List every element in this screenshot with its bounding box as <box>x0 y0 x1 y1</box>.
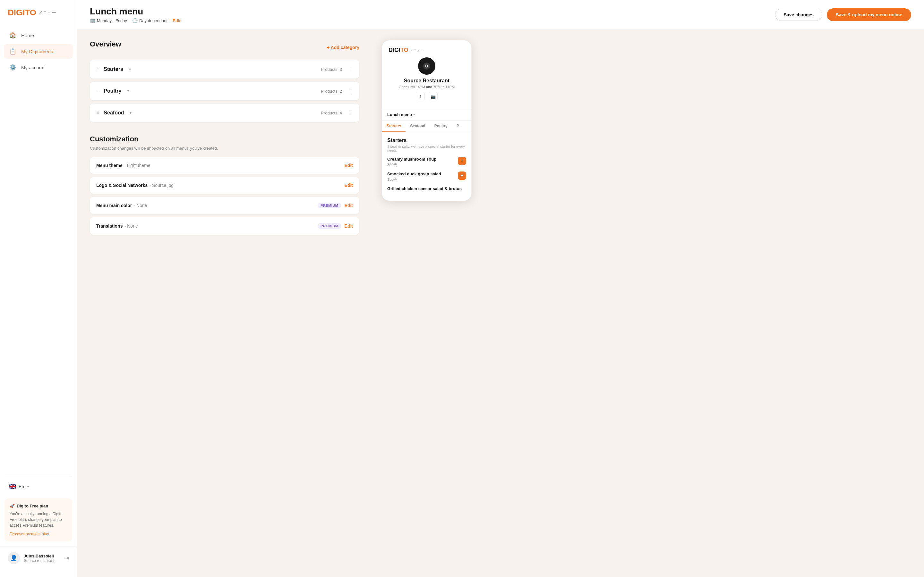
products-count-poultry: Products: 2 <box>321 89 342 93</box>
facebook-icon[interactable]: f <box>416 92 425 101</box>
custom-row-right-theme: Edit <box>344 163 353 168</box>
sidebar: DIGITO メニュー 🏠 Home 📋 My Digitomenu ⚙️ My… <box>0 0 77 577</box>
settings-icon: ⚙️ <box>9 64 17 71</box>
sidebar-item-label-account: My account <box>21 65 46 70</box>
flag-icon: 🇬🇧 <box>9 483 16 490</box>
item-name-1: Smocked duck green salad <box>387 171 441 176</box>
custom-row-left-logo: Logo & Social Networks · Source.jpg <box>96 183 174 188</box>
category-list: ≡ Starters ▾ Products: 3 ⋮ ≡ Poultry ▾ <box>90 60 359 122</box>
discover-premium-link[interactable]: Discover premium plan <box>10 532 49 536</box>
custom-row-left-translations: Translations · None <box>96 223 138 229</box>
more-options-button-seafood[interactable]: ⋮ <box>347 109 353 116</box>
logo-text: DIGITO <box>8 8 36 18</box>
phone-tab-starters[interactable]: Starters <box>382 121 405 132</box>
phone-menu-item-0: Creamy mushroom soup 350円 + <box>387 157 466 168</box>
custom-row-menu-color: Menu main color · None PREMIUM Edit <box>90 197 359 214</box>
avatar: 👤 <box>8 552 20 564</box>
content-area: Overview + Add category ≡ Starters ▾ Pro… <box>77 30 924 248</box>
add-item-button-1[interactable]: + <box>458 171 466 180</box>
save-upload-button[interactable]: Save & upload my menu online <box>827 8 911 21</box>
sidebar-nav: 🏠 Home 📋 My Digitomenu ⚙️ My account <box>0 28 77 472</box>
item-name-0: Creamy mushroom soup <box>387 157 436 161</box>
premium-badge-translations: PREMIUM <box>318 223 341 229</box>
category-right-seafood: Products: 4 ⋮ <box>321 109 353 116</box>
chevron-down-icon-poultry[interactable]: ▾ <box>127 89 129 93</box>
logo-jp: メニュー <box>38 10 56 16</box>
chevron-down-icon: ▾ <box>27 485 29 488</box>
add-item-button-0[interactable]: + <box>458 157 466 165</box>
translations-label: Translations <box>96 223 123 229</box>
overview-header: Overview + Add category <box>90 40 359 55</box>
rocket-icon: 🚀 <box>10 504 15 508</box>
phone-tab-poultry[interactable]: Poultry <box>430 121 452 132</box>
customization-title: Customization <box>90 135 359 143</box>
drag-handle-icon-poultry[interactable]: ≡ <box>96 88 99 94</box>
phone-menu-item-2: Grilled chicken caesar salad & brutus <box>387 186 466 192</box>
custom-row-menu-theme: Menu theme · Light theme Edit <box>90 157 359 174</box>
category-name-poultry: Poultry <box>103 88 121 94</box>
more-options-button-poultry[interactable]: ⋮ <box>347 87 353 95</box>
preview-panel: DIGITO メニュー Source Restaurant Open until… <box>372 30 481 248</box>
chevron-down-icon-starters[interactable]: ▾ <box>129 67 131 71</box>
save-changes-button[interactable]: Save changes <box>775 9 822 21</box>
category-row-starters: ≡ Starters ▾ Products: 3 ⋮ <box>90 60 359 79</box>
item-info-2: Grilled chicken caesar salad & brutus <box>387 186 462 192</box>
custom-row-translations: Translations · None PREMIUM Edit <box>90 218 359 235</box>
menu-icon: 📋 <box>9 48 17 55</box>
item-info-1: Smocked duck green salad 150円 <box>387 171 441 182</box>
more-options-button-starters[interactable]: ⋮ <box>347 66 353 73</box>
phone-tab-seafood[interactable]: Seafood <box>405 121 430 132</box>
category-name-seafood: Seafood <box>103 110 124 116</box>
chevron-down-icon-seafood[interactable]: ▾ <box>129 111 132 115</box>
custom-row-right-color: PREMIUM Edit <box>318 203 353 208</box>
menu-color-label: Menu main color <box>96 203 132 208</box>
content-left: Overview + Add category ≡ Starters ▾ Pro… <box>77 30 372 248</box>
customization-subtitle: Customization changes will be impacted o… <box>90 146 359 151</box>
logout-icon[interactable]: ⇥ <box>64 554 69 562</box>
edit-button-menu-color[interactable]: Edit <box>344 203 353 208</box>
sidebar-item-my-account[interactable]: ⚙️ My account <box>4 60 73 75</box>
menu-theme-value: · Light theme <box>124 163 150 168</box>
phone-tab-more[interactable]: P... <box>452 121 466 132</box>
logo-social-label: Logo & Social Networks <box>96 183 148 188</box>
category-right-poultry: Products: 2 ⋮ <box>321 87 353 95</box>
user-name: Jules Bassoleil <box>24 554 60 558</box>
customization-section: Customization Customization changes will… <box>90 135 359 235</box>
language-label: En <box>19 484 24 489</box>
phone-category-title: Starters <box>387 137 466 143</box>
instagram-icon[interactable]: 📷 <box>429 92 438 101</box>
restaurant-avatar <box>418 57 435 75</box>
clock-icon: 🕐 <box>132 18 137 23</box>
sidebar-item-label-home: Home <box>21 33 34 38</box>
header-meta: 🏢 Monday - Friday 🕐 Day dependant Edit <box>90 18 181 23</box>
category-right-starters: Products: 3 ⋮ <box>321 66 353 73</box>
custom-row-right-logo: Edit <box>344 183 353 188</box>
custom-row-left-color: Menu main color · None <box>96 203 147 208</box>
drag-handle-icon-starters[interactable]: ≡ <box>96 66 99 72</box>
category-row-seafood: ≡ Seafood ▾ Products: 4 ⋮ <box>90 103 359 122</box>
header-actions: Save changes Save & upload my menu onlin… <box>775 8 911 21</box>
custom-row-logo-social: Logo & Social Networks · Source.jpg Edit <box>90 177 359 193</box>
add-category-button[interactable]: + Add category <box>327 45 359 50</box>
phone-logo-jp: メニュー <box>409 48 423 53</box>
premium-badge-color: PREMIUM <box>318 203 341 208</box>
language-selector[interactable]: 🇬🇧 En ▾ <box>0 480 77 493</box>
promo-box: 🚀 Digito Free plan You're actually runni… <box>5 498 72 542</box>
category-name-starters: Starters <box>103 66 123 72</box>
page-title: Lunch menu <box>90 6 181 17</box>
phone-menu-content: Starters Sweat or salty, we have a speci… <box>382 132 471 201</box>
category-left-poultry: ≡ Poultry ▾ <box>96 88 129 94</box>
phone-logo: DIGITO メニュー <box>389 47 465 53</box>
edit-button-translations[interactable]: Edit <box>344 223 353 229</box>
edit-button-menu-theme[interactable]: Edit <box>344 163 353 168</box>
drag-handle-icon-seafood[interactable]: ≡ <box>96 110 99 116</box>
sidebar-item-home[interactable]: 🏠 Home <box>4 28 73 43</box>
sidebar-item-my-digitomenu[interactable]: 📋 My Digitomenu <box>4 44 73 59</box>
products-count-seafood: Products: 4 <box>321 111 342 115</box>
header-edit-link[interactable]: Edit <box>173 18 181 23</box>
phone-category-desc: Sweat or salty, we have a special starte… <box>387 145 466 152</box>
page-header: Lunch menu 🏢 Monday - Friday 🕐 Day depen… <box>77 0 924 30</box>
edit-button-logo-social[interactable]: Edit <box>344 183 353 188</box>
promo-description: You're actually running a Digito Free pl… <box>10 511 67 528</box>
phone-menu-selector[interactable]: Lunch menu ▾ <box>382 109 471 120</box>
